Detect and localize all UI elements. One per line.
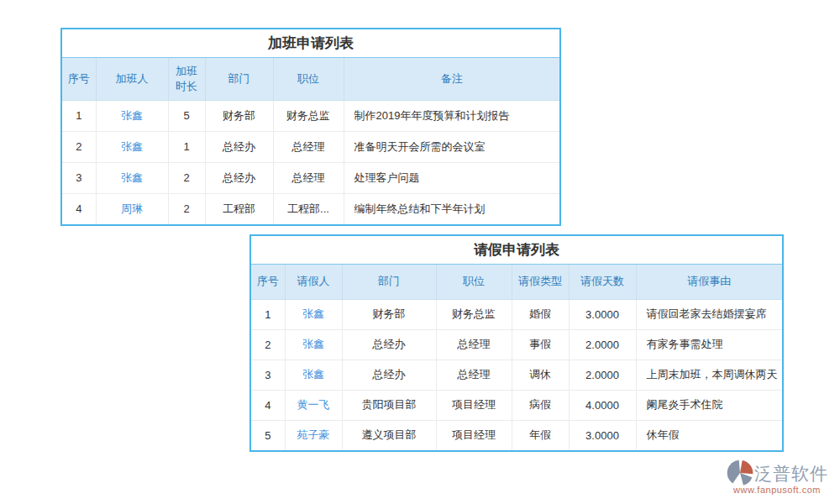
table-cell: 2 [251,329,285,360]
table-cell: 总经理 [436,360,512,390]
table-cell: 准备明天开会所需的会议室 [344,131,559,162]
table-row: 4黄一飞贵阳项目部项目经理病假4.0000阑尾炎手术住院 [251,390,782,420]
table-cell: 4.0000 [569,390,636,420]
table-cell: 张鑫 [285,360,342,390]
table-cell: 3 [62,162,96,193]
table-cell: 工程部 [205,193,273,224]
page: 加班申请列表 序号加班人加班时长部门职位备注 1张鑫5财务部财务总监制作2019… [0,0,840,504]
table-cell: 阑尾炎手术住院 [636,390,782,420]
column-header: 请假人 [285,265,342,299]
table-cell: 3.0000 [569,420,636,450]
table-cell: 年假 [512,420,569,450]
leave-table-title: 请假申请列表 [251,236,782,265]
person-link[interactable]: 张鑫 [302,368,324,381]
table-row: 1张鑫财务部财务总监婚假3.0000请假回老家去结婚摆宴席 [251,299,782,329]
table-cell: 1 [62,100,96,131]
table-row: 2张鑫总经办总经理事假2.0000有家务事需处理 [251,329,782,360]
table-cell: 张鑫 [285,299,342,329]
overtime-table: 序号加班人加班时长部门职位备注 1张鑫5财务部财务总监制作2019年年度预算和计… [62,58,559,224]
table-cell: 请假回老家去结婚摆宴席 [636,299,782,329]
column-header: 加班人 [96,58,168,100]
table-cell: 2 [168,162,205,193]
table-cell: 财务部 [342,299,436,329]
person-link[interactable]: 张鑫 [302,338,324,350]
person-link[interactable]: 周琳 [121,202,143,215]
table-cell: 上周末加班，本周调休两天 [636,360,782,390]
column-header: 请假类型 [512,265,569,299]
table-cell: 制作2019年年度预算和计划报告 [344,100,559,131]
fanpu-logo[interactable]: 泛普软件 www.fanpusoft.com [726,459,828,495]
table-cell: 2 [62,131,96,162]
table-cell: 张鑫 [285,329,342,360]
person-link[interactable]: 黄一飞 [297,398,330,411]
column-header: 部门 [205,58,273,100]
table-row: 4周琳2工程部工程部...编制年终总结和下半年计划 [62,193,559,224]
table-cell: 财务总监 [273,100,344,131]
table-cell: 3 [251,360,285,390]
table-row: 3张鑫2总经办总经理处理客户问题 [62,162,559,193]
table-cell: 黄一飞 [285,390,342,420]
person-link[interactable]: 张鑫 [121,140,143,153]
table-cell: 总经办 [342,360,436,390]
table-cell: 5 [168,100,205,131]
table-cell: 贵阳项目部 [342,390,436,420]
table-cell: 5 [251,420,285,450]
table-cell: 有家务事需处理 [636,329,782,360]
person-link[interactable]: 张鑫 [302,307,324,320]
column-header: 序号 [251,265,285,299]
table-cell: 2.0000 [569,360,636,390]
overtime-table-card: 加班申请列表 序号加班人加班时长部门职位备注 1张鑫5财务部财务总监制作2019… [60,28,561,226]
header-row: 序号加班人加班时长部门职位备注 [62,58,559,100]
leave-table: 序号请假人部门职位请假类型请假天数请假事由 1张鑫财务部财务总监婚假3.0000… [251,265,782,450]
column-header: 请假天数 [569,265,636,299]
leave-table-card: 请假申请列表 序号请假人部门职位请假类型请假天数请假事由 1张鑫财务部财务总监婚… [249,234,784,452]
table-cell: 处理客户问题 [344,162,559,193]
fanpu-logo-icon [726,459,754,487]
table-cell: 张鑫 [96,131,168,162]
table-cell: 总经办 [205,131,273,162]
table-cell: 编制年终总结和下半年计划 [344,193,559,224]
person-link[interactable]: 张鑫 [121,171,143,184]
header-row: 序号请假人部门职位请假类型请假天数请假事由 [251,265,782,299]
table-cell: 总经办 [205,162,273,193]
column-header: 部门 [342,265,436,299]
table-cell: 3.0000 [569,299,636,329]
table-cell: 财务部 [205,100,273,131]
fanpu-logo-url: www.fanpusoft.com [726,485,828,495]
table-cell: 工程部... [273,193,344,224]
table-cell: 2.0000 [569,329,636,360]
person-link[interactable]: 张鑫 [121,109,143,122]
table-cell: 总经办 [342,329,436,360]
overtime-table-title: 加班申请列表 [62,29,559,58]
fanpu-logo-text: 泛普软件 [754,465,828,482]
table-cell: 财务总监 [436,299,512,329]
table-cell: 1 [168,131,205,162]
table-cell: 总经理 [273,162,344,193]
column-header: 请假事由 [636,265,782,299]
table-cell: 4 [62,193,96,224]
column-header: 加班时长 [168,58,205,100]
table-cell: 4 [251,390,285,420]
table-cell: 事假 [512,329,569,360]
table-cell: 2 [168,193,205,224]
table-cell: 项目经理 [436,390,512,420]
table-cell: 周琳 [96,193,168,224]
table-cell: 张鑫 [96,162,168,193]
table-cell: 总经理 [436,329,512,360]
person-link[interactable]: 苑子豪 [297,428,330,441]
table-cell: 总经理 [273,131,344,162]
table-row: 2张鑫1总经办总经理准备明天开会所需的会议室 [62,131,559,162]
table-cell: 张鑫 [96,100,168,131]
column-header: 备注 [344,58,559,100]
column-header: 序号 [62,58,96,100]
column-header: 职位 [273,58,344,100]
table-cell: 调休 [512,360,569,390]
table-row: 3张鑫总经办总经理调休2.0000上周末加班，本周调休两天 [251,360,782,390]
column-header: 职位 [436,265,512,299]
table-cell: 休年假 [636,420,782,450]
table-row: 5苑子豪遵义项目部项目经理年假3.0000休年假 [251,420,782,450]
table-cell: 遵义项目部 [342,420,436,450]
table-cell: 病假 [512,390,569,420]
fanpu-logo-top: 泛普软件 [726,459,828,487]
table-cell: 婚假 [512,299,569,329]
